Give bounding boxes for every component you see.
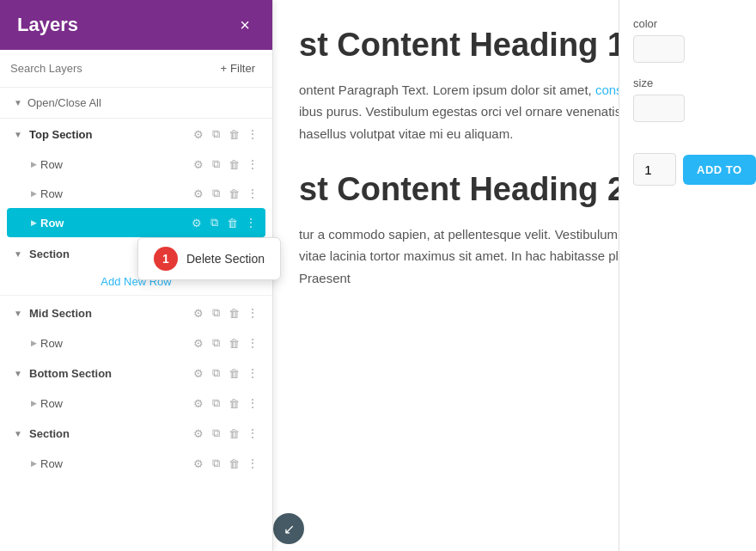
row-item-2[interactable]: ▶ Row ⚙ ⧉ 🗑 ⋮ <box>0 179 272 208</box>
dots-icon-bot[interactable]: ⋮ <box>247 366 259 380</box>
trash-icon-r2[interactable]: 🗑 <box>227 186 241 202</box>
gear-icon-r1[interactable]: ⚙ <box>192 156 205 173</box>
dots-icon[interactable]: ⋮ <box>247 127 259 141</box>
copy-icon-s2[interactable]: ⧉ <box>210 425 222 442</box>
copy-icon-r2[interactable]: ⧉ <box>210 185 222 202</box>
section-chevron-mid: ▼ <box>14 309 24 318</box>
copy-icon-mid[interactable]: ⧉ <box>210 304 222 321</box>
trash-icon-rb1[interactable]: 🗑 <box>227 395 241 412</box>
gear-icon-bot[interactable]: ⚙ <box>192 365 205 382</box>
row-label-3: Row <box>40 217 190 230</box>
trash-icon-r1[interactable]: 🗑 <box>227 156 241 173</box>
trash-icon-mid[interactable]: 🗑 <box>227 305 241 321</box>
row-chevron-sec2: ▶ <box>31 459 37 468</box>
row-item-mid-1[interactable]: ▶ Row ⚙ ⧉ 🗑 ⋮ <box>0 328 272 358</box>
right-panel: color size ADD TO <box>619 0 756 551</box>
open-close-label: Open/Close All <box>27 96 101 109</box>
gear-icon[interactable]: ⚙ <box>192 126 205 143</box>
copy-icon-bot[interactable]: ⧉ <box>210 364 222 382</box>
add-row: ADD TO <box>633 153 742 186</box>
filter-label: Filter <box>230 62 255 75</box>
dots-icon-rb1[interactable]: ⋮ <box>247 396 259 410</box>
delete-badge: 1 <box>154 247 178 271</box>
delete-tooltip: 1 Delete Section <box>137 237 281 280</box>
section-item-2[interactable]: ▼ Section ⚙ ⧉ 🗑 ⋮ <box>0 418 272 449</box>
gear-icon-r3[interactable]: ⚙ <box>190 215 204 231</box>
row-label-bot-1: Row <box>40 397 192 410</box>
delete-tooltip-label: Delete Section <box>186 252 265 266</box>
section-label-top: Top Section <box>29 128 192 141</box>
search-bar: + Filter <box>0 50 272 88</box>
para1-start: ontent Paragraph Text. Lorem ipsum dolor… <box>299 83 595 97</box>
gear-icon-r2[interactable]: ⚙ <box>192 186 205 202</box>
color-label: color <box>633 17 742 30</box>
row-actions-2: ⚙ ⧉ 🗑 ⋮ <box>192 185 259 202</box>
row-label-2: Row <box>40 187 192 200</box>
copy-icon-rs2[interactable]: ⧉ <box>210 455 222 472</box>
dots-icon-mid[interactable]: ⋮ <box>247 306 259 320</box>
section-actions-bottom: ⚙ ⧉ 🗑 ⋮ <box>192 364 259 382</box>
dots-icon-s2[interactable]: ⋮ <box>247 426 259 440</box>
dots-icon-r2[interactable]: ⋮ <box>247 187 259 200</box>
trash-icon[interactable]: 🗑 <box>227 126 241 143</box>
row-item-sec2-1[interactable]: ▶ Row ⚙ ⧉ 🗑 ⋮ <box>0 449 272 478</box>
color-input[interactable] <box>633 35 685 63</box>
gear-icon-s2[interactable]: ⚙ <box>192 425 205 442</box>
section-item-bottom[interactable]: ▼ Bottom Section ⚙ ⧉ 🗑 ⋮ <box>0 358 272 389</box>
row-item-3-active[interactable]: ▶ Row ⚙ ⧉ 🗑 ⋮ <box>7 208 265 237</box>
trash-icon-bot[interactable]: 🗑 <box>227 365 241 382</box>
row-actions-bot-1: ⚙ ⧉ 🗑 ⋮ <box>192 395 259 412</box>
row-item-1[interactable]: ▶ Row ⚙ ⧉ 🗑 ⋮ <box>0 150 272 179</box>
nav-arrow-icon: ↙ <box>284 521 295 537</box>
color-prop: color <box>633 17 742 63</box>
copy-icon-rm1[interactable]: ⧉ <box>210 334 222 352</box>
layers-list: ▼ Top Section ⚙ ⧉ 🗑 ⋮ ▶ Row ⚙ ⧉ 🗑 ⋮ ▶ Ro… <box>0 119 272 551</box>
copy-icon-r1[interactable]: ⧉ <box>210 156 222 173</box>
section-actions-mid: ⚙ ⧉ 🗑 ⋮ <box>192 304 259 321</box>
close-button[interactable]: × <box>235 15 255 35</box>
row-chevron-3: ▶ <box>31 218 37 227</box>
gear-icon-rm1[interactable]: ⚙ <box>192 335 205 352</box>
trash-icon-s2[interactable]: 🗑 <box>227 425 241 442</box>
section-item-top[interactable]: ▼ Top Section ⚙ ⧉ 🗑 ⋮ <box>0 119 272 150</box>
row-label-mid-1: Row <box>40 337 192 350</box>
section-item-mid[interactable]: ▼ Mid Section ⚙ ⧉ 🗑 ⋮ <box>0 297 272 328</box>
gear-icon-mid[interactable]: ⚙ <box>192 305 205 321</box>
trash-icon-rm1[interactable]: 🗑 <box>227 335 241 352</box>
row-item-bot-1[interactable]: ▶ Row ⚙ ⧉ 🗑 ⋮ <box>0 389 272 418</box>
add-to-button[interactable]: ADD TO <box>683 155 756 185</box>
section-actions-top: ⚙ ⧉ 🗑 ⋮ <box>192 126 259 143</box>
nav-icon[interactable]: ↙ <box>273 513 304 544</box>
gear-icon-rs2[interactable]: ⚙ <box>192 456 205 472</box>
filter-button[interactable]: + Filter <box>214 58 262 78</box>
trash-icon-rs2[interactable]: 🗑 <box>227 456 241 472</box>
row-chevron-1: ▶ <box>31 160 37 168</box>
copy-icon-rb1[interactable]: ⧉ <box>210 395 222 412</box>
section-chevron-2: ▼ <box>14 429 24 438</box>
dots-icon-rs2[interactable]: ⋮ <box>247 456 259 470</box>
gear-icon-rb1[interactable]: ⚙ <box>192 395 205 412</box>
section-label-bottom: Bottom Section <box>29 367 192 380</box>
row-actions-sec2: ⚙ ⧉ 🗑 ⋮ <box>192 455 259 472</box>
search-input[interactable] <box>10 62 207 75</box>
layers-title: Layers <box>17 14 78 36</box>
trash-icon-r3[interactable]: 🗑 <box>225 215 240 231</box>
copy-icon-r3[interactable]: ⧉ <box>209 214 220 231</box>
row-chevron-bot-1: ▶ <box>31 399 37 407</box>
size-input[interactable] <box>633 95 685 122</box>
section-chevron-bottom: ▼ <box>14 369 24 378</box>
section-label-2: Section <box>29 427 192 440</box>
row-actions-3: ⚙ ⧉ 🗑 ⋮ <box>190 214 257 231</box>
dots-icon-rm1[interactable]: ⋮ <box>247 336 259 350</box>
row-actions-1: ⚙ ⧉ 🗑 ⋮ <box>192 156 259 173</box>
quantity-input[interactable] <box>633 153 676 186</box>
dots-icon-r1[interactable]: ⋮ <box>247 157 259 171</box>
filter-icon: + <box>221 62 228 75</box>
dots-icon-r3[interactable]: ⋮ <box>245 216 257 230</box>
copy-icon[interactable]: ⧉ <box>210 126 222 143</box>
row-label-sec2: Row <box>40 457 192 470</box>
row-actions-mid-1: ⚙ ⧉ 🗑 ⋮ <box>192 334 259 352</box>
open-close-all[interactable]: ▼ Open/Close All <box>0 88 272 119</box>
section-label-mid: Mid Section <box>29 307 192 320</box>
section-actions-2: ⚙ ⧉ 🗑 ⋮ <box>192 425 259 442</box>
